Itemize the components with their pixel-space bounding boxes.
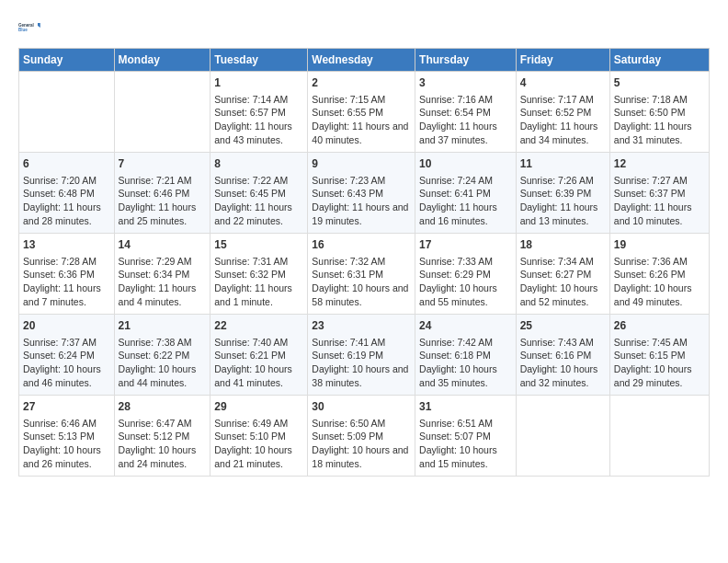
calendar-cell: 20Sunrise: 7:37 AM Sunset: 6:24 PM Dayli… [19,315,115,396]
day-number: 1 [214,75,303,91]
calendar-week-row: 27Sunrise: 6:46 AM Sunset: 5:13 PM Dayli… [19,396,710,477]
day-number: 8 [214,156,303,172]
cell-content: Sunrise: 6:50 AM Sunset: 5:09 PM Dayligh… [312,417,411,471]
day-number: 24 [419,318,512,334]
calendar-week-row: 13Sunrise: 7:28 AM Sunset: 6:36 PM Dayli… [19,234,710,315]
cell-content: Sunrise: 7:28 AM Sunset: 6:36 PM Dayligh… [23,255,110,309]
day-number: 5 [614,75,705,91]
calendar-cell [609,396,709,477]
calendar-cell: 16Sunrise: 7:32 AM Sunset: 6:31 PM Dayli… [308,234,415,315]
cell-content: Sunrise: 7:33 AM Sunset: 6:29 PM Dayligh… [419,255,512,309]
day-number: 9 [312,156,411,172]
day-number: 13 [23,237,110,253]
page-header: GeneralBlue [18,15,710,40]
calendar-cell: 25Sunrise: 7:43 AM Sunset: 6:16 PM Dayli… [516,315,609,396]
cell-content: Sunrise: 7:40 AM Sunset: 6:21 PM Dayligh… [214,336,303,390]
calendar-cell: 6Sunrise: 7:20 AM Sunset: 6:48 PM Daylig… [19,153,115,234]
calendar-cell: 2Sunrise: 7:15 AM Sunset: 6:55 PM Daylig… [308,72,415,153]
day-number: 17 [419,237,512,253]
calendar-cell: 4Sunrise: 7:17 AM Sunset: 6:52 PM Daylig… [516,72,609,153]
cell-content: Sunrise: 7:23 AM Sunset: 6:43 PM Dayligh… [312,174,411,228]
cell-content: Sunrise: 6:51 AM Sunset: 5:07 PM Dayligh… [419,417,512,471]
calendar-week-row: 20Sunrise: 7:37 AM Sunset: 6:24 PM Dayli… [19,315,710,396]
calendar-cell [114,72,210,153]
calendar-cell: 24Sunrise: 7:42 AM Sunset: 6:18 PM Dayli… [415,315,517,396]
calendar-cell: 22Sunrise: 7:40 AM Sunset: 6:21 PM Dayli… [210,315,308,396]
cell-content: Sunrise: 7:41 AM Sunset: 6:19 PM Dayligh… [312,336,411,390]
calendar-cell [19,72,115,153]
day-number: 4 [520,75,606,91]
calendar-week-row: 6Sunrise: 7:20 AM Sunset: 6:48 PM Daylig… [19,153,710,234]
calendar-cell: 7Sunrise: 7:21 AM Sunset: 6:46 PM Daylig… [114,153,210,234]
day-number: 22 [214,318,303,334]
day-number: 29 [214,399,303,415]
column-header-tuesday: Tuesday [210,49,308,72]
cell-content: Sunrise: 7:26 AM Sunset: 6:39 PM Dayligh… [520,174,606,228]
calendar-cell: 23Sunrise: 7:41 AM Sunset: 6:19 PM Dayli… [308,315,415,396]
day-number: 15 [214,237,303,253]
calendar-cell: 15Sunrise: 7:31 AM Sunset: 6:32 PM Dayli… [210,234,308,315]
calendar-cell: 12Sunrise: 7:27 AM Sunset: 6:37 PM Dayli… [609,153,709,234]
column-header-monday: Monday [114,49,210,72]
day-number: 28 [119,399,207,415]
day-number: 16 [312,237,411,253]
column-header-sunday: Sunday [19,49,115,72]
calendar-cell: 5Sunrise: 7:18 AM Sunset: 6:50 PM Daylig… [609,72,709,153]
day-number: 6 [23,156,110,172]
calendar-header-row: SundayMondayTuesdayWednesdayThursdayFrid… [19,49,710,72]
calendar-cell: 28Sunrise: 6:47 AM Sunset: 5:12 PM Dayli… [114,396,210,477]
cell-content: Sunrise: 7:15 AM Sunset: 6:55 PM Dayligh… [312,93,411,147]
cell-content: Sunrise: 7:42 AM Sunset: 6:18 PM Dayligh… [419,336,512,390]
cell-content: Sunrise: 7:29 AM Sunset: 6:34 PM Dayligh… [119,255,207,309]
calendar-cell: 29Sunrise: 6:49 AM Sunset: 5:10 PM Dayli… [210,396,308,477]
cell-content: Sunrise: 7:14 AM Sunset: 6:57 PM Dayligh… [214,93,303,147]
cell-content: Sunrise: 7:24 AM Sunset: 6:41 PM Dayligh… [419,174,512,228]
column-header-wednesday: Wednesday [308,49,415,72]
day-number: 14 [119,237,207,253]
calendar-cell: 13Sunrise: 7:28 AM Sunset: 6:36 PM Dayli… [19,234,115,315]
day-number: 12 [614,156,705,172]
cell-content: Sunrise: 7:32 AM Sunset: 6:31 PM Dayligh… [312,255,411,309]
day-number: 27 [23,399,110,415]
cell-content: Sunrise: 7:16 AM Sunset: 6:54 PM Dayligh… [419,93,512,147]
svg-text:Blue: Blue [18,28,28,32]
cell-content: Sunrise: 7:38 AM Sunset: 6:22 PM Dayligh… [119,336,207,390]
day-number: 25 [520,318,606,334]
calendar-cell: 8Sunrise: 7:22 AM Sunset: 6:45 PM Daylig… [210,153,308,234]
cell-content: Sunrise: 7:45 AM Sunset: 6:15 PM Dayligh… [614,336,705,390]
calendar-cell: 18Sunrise: 7:34 AM Sunset: 6:27 PM Dayli… [516,234,609,315]
day-number: 21 [119,318,207,334]
cell-content: Sunrise: 6:47 AM Sunset: 5:12 PM Dayligh… [119,417,207,471]
day-number: 20 [23,318,110,334]
day-number: 30 [312,399,411,415]
calendar-cell: 17Sunrise: 7:33 AM Sunset: 6:29 PM Dayli… [415,234,517,315]
cell-content: Sunrise: 7:21 AM Sunset: 6:46 PM Dayligh… [119,174,207,228]
cell-content: Sunrise: 7:22 AM Sunset: 6:45 PM Dayligh… [214,174,303,228]
cell-content: Sunrise: 7:31 AM Sunset: 6:32 PM Dayligh… [214,255,303,309]
logo: GeneralBlue [18,15,44,40]
calendar-body: 1Sunrise: 7:14 AM Sunset: 6:57 PM Daylig… [19,72,710,477]
svg-text:General: General [18,23,34,28]
calendar-cell: 19Sunrise: 7:36 AM Sunset: 6:26 PM Dayli… [609,234,709,315]
column-header-friday: Friday [516,49,609,72]
column-header-thursday: Thursday [415,49,517,72]
day-number: 11 [520,156,606,172]
logo-icon: GeneralBlue [18,15,44,40]
calendar-cell: 31Sunrise: 6:51 AM Sunset: 5:07 PM Dayli… [415,396,517,477]
calendar-cell: 14Sunrise: 7:29 AM Sunset: 6:34 PM Dayli… [114,234,210,315]
calendar-table: SundayMondayTuesdayWednesdayThursdayFrid… [18,48,710,477]
cell-content: Sunrise: 7:36 AM Sunset: 6:26 PM Dayligh… [614,255,705,309]
calendar-cell: 21Sunrise: 7:38 AM Sunset: 6:22 PM Dayli… [114,315,210,396]
cell-content: Sunrise: 7:17 AM Sunset: 6:52 PM Dayligh… [520,93,606,147]
cell-content: Sunrise: 7:37 AM Sunset: 6:24 PM Dayligh… [23,336,110,390]
calendar-cell: 3Sunrise: 7:16 AM Sunset: 6:54 PM Daylig… [415,72,517,153]
cell-content: Sunrise: 7:43 AM Sunset: 6:16 PM Dayligh… [520,336,606,390]
column-header-saturday: Saturday [609,49,709,72]
calendar-cell: 10Sunrise: 7:24 AM Sunset: 6:41 PM Dayli… [415,153,517,234]
svg-marker-2 [38,23,40,28]
calendar-cell: 1Sunrise: 7:14 AM Sunset: 6:57 PM Daylig… [210,72,308,153]
cell-content: Sunrise: 7:20 AM Sunset: 6:48 PM Dayligh… [23,174,110,228]
cell-content: Sunrise: 7:34 AM Sunset: 6:27 PM Dayligh… [520,255,606,309]
calendar-cell: 30Sunrise: 6:50 AM Sunset: 5:09 PM Dayli… [308,396,415,477]
day-number: 31 [419,399,512,415]
